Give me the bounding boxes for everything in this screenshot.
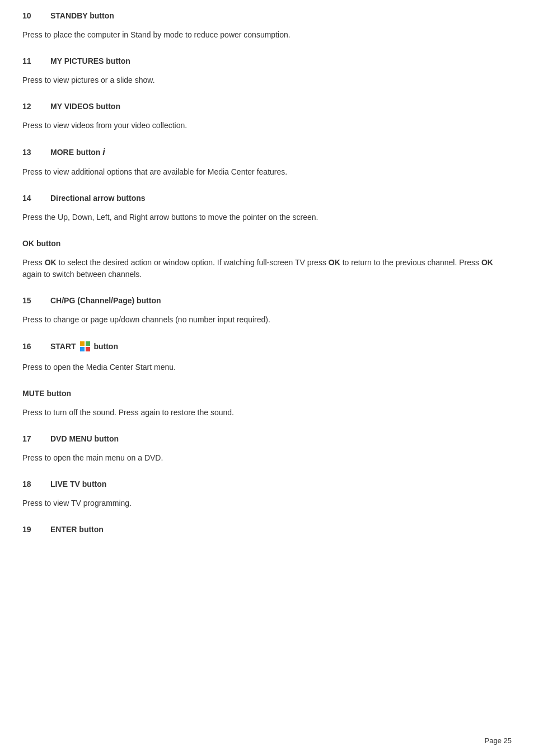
ok-bold-1: OK [45, 258, 57, 267]
section-16-title: START button [50, 341, 118, 353]
section-14-header: 14 Directional arrow buttons [22, 194, 512, 203]
section-10: 10 STANDBY button Press to place the com… [22, 11, 512, 41]
section-17-header: 17 DVD MENU button [22, 434, 512, 443]
section-13-title: MORE button i [50, 147, 105, 157]
section-11-body: Press to view pictures or a slide show. [22, 74, 512, 86]
ok-body: Press OK to select the desired action or… [22, 257, 512, 280]
more-icon: i [102, 147, 105, 157]
section-18-number: 18 [22, 480, 50, 489]
section-10-body: Press to place the computer in Stand by … [22, 29, 512, 41]
section-16-number: 16 [22, 342, 50, 351]
svg-rect-0 [80, 341, 85, 346]
section-11-header: 11 MY PICTURES button [22, 57, 512, 65]
section-12-header: 12 MY VIDEOS button [22, 102, 512, 111]
section-18-header: 18 LIVE TV button [22, 480, 512, 489]
section-12: 12 MY VIDEOS button Press to view videos… [22, 102, 512, 132]
section-16: 16 START button Press to open the Media … [22, 341, 512, 373]
ok-bold-3: OK [481, 258, 493, 267]
section-11: 11 MY PICTURES button Press to view pict… [22, 57, 512, 86]
section-14-body: Press the Up, Down, Left, and Right arro… [22, 212, 512, 223]
section-15-number: 15 [22, 296, 50, 305]
page-number: Page 25 [485, 736, 512, 745]
section-19: 19 ENTER button [22, 525, 512, 534]
section-17-body: Press to open the main menu on a DVD. [22, 452, 512, 464]
section-12-title: MY VIDEOS button [50, 102, 120, 111]
section-14: 14 Directional arrow buttons Press the U… [22, 194, 512, 223]
section-10-number: 10 [22, 11, 50, 20]
section-18-title: LIVE TV button [50, 480, 106, 489]
section-11-title: MY PICTURES button [50, 57, 130, 65]
svg-rect-3 [86, 347, 90, 351]
section-10-title: STANDBY button [50, 11, 114, 20]
section-15-header: 15 CH/PG (Channel/Page) button [22, 296, 512, 305]
section-15: 15 CH/PG (Channel/Page) button Press to … [22, 296, 512, 326]
section-13-header: 13 MORE button i [22, 147, 512, 157]
section-15-title: CH/PG (Channel/Page) button [50, 296, 161, 305]
section-17-number: 17 [22, 434, 50, 443]
section-18: 18 LIVE TV button Press to view TV progr… [22, 480, 512, 509]
section-16-body: Press to open the Media Center Start men… [22, 361, 512, 373]
section-16-header: 16 START button [22, 341, 512, 353]
section-15-body: Press to change or page up/down channels… [22, 314, 512, 326]
section-14-number: 14 [22, 194, 50, 203]
start-windows-icon [79, 341, 91, 352]
mute-body: Press to turn off the sound. Press again… [22, 407, 512, 419]
ok-bold-2: OK [329, 258, 340, 267]
section-mute: MUTE button Press to turn off the sound.… [22, 389, 512, 419]
section-14-title: Directional arrow buttons [50, 194, 146, 203]
section-11-number: 11 [22, 57, 50, 65]
section-19-number: 19 [22, 525, 50, 534]
section-12-body: Press to view videos from your video col… [22, 120, 512, 132]
section-10-header: 10 STANDBY button [22, 11, 512, 20]
section-13-number: 13 [22, 148, 50, 157]
section-13: 13 MORE button i Press to view additiona… [22, 147, 512, 178]
svg-rect-2 [80, 347, 85, 351]
mute-header: MUTE button [22, 389, 512, 398]
section-18-body: Press to view TV programming. [22, 497, 512, 509]
section-12-number: 12 [22, 102, 50, 111]
section-17-title: DVD MENU button [50, 434, 119, 443]
section-19-title: ENTER button [50, 525, 104, 534]
section-19-header: 19 ENTER button [22, 525, 512, 534]
svg-rect-1 [86, 341, 90, 346]
section-17: 17 DVD MENU button Press to open the mai… [22, 434, 512, 464]
section-13-body: Press to view additional options that ar… [22, 166, 512, 178]
ok-header: OK button [22, 239, 512, 248]
section-ok: OK button Press OK to select the desired… [22, 239, 512, 280]
